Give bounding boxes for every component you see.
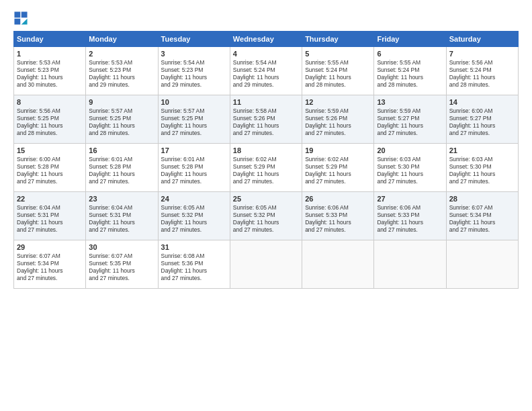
- day-cell: 5Sunrise: 5:55 AMSunset: 5:24 PMDaylight…: [302, 47, 374, 95]
- day-info-line: and 28 minutes.: [89, 130, 154, 137]
- day-cell: 4Sunrise: 5:54 AMSunset: 5:24 PMDaylight…: [230, 47, 302, 95]
- day-cell: 2Sunrise: 5:53 AMSunset: 5:23 PMDaylight…: [86, 47, 158, 95]
- week-row-1: 1Sunrise: 5:53 AMSunset: 5:23 PMDaylight…: [14, 47, 519, 95]
- day-number: 6: [377, 49, 443, 58]
- day-cell: [446, 240, 518, 289]
- day-info-line: Daylight: 11 hours: [233, 74, 299, 81]
- day-number: 28: [449, 194, 515, 203]
- day-info-line: Sunset: 5:25 PM: [17, 115, 83, 122]
- day-info-line: Sunset: 5:33 PM: [377, 212, 443, 219]
- day-number: 5: [305, 49, 371, 58]
- day-info-line: and 30 minutes.: [17, 81, 83, 89]
- day-info-line: Sunset: 5:32 PM: [161, 212, 227, 219]
- col-header-friday: Friday: [374, 32, 446, 47]
- day-number: 19: [305, 146, 371, 155]
- day-info-line: and 27 minutes.: [89, 178, 154, 185]
- day-info-line: Sunset: 5:31 PM: [89, 212, 154, 219]
- day-info-line: Daylight: 11 hours: [161, 219, 227, 226]
- day-info-line: Sunrise: 6:07 AM: [449, 204, 515, 212]
- day-info-line: Sunset: 5:34 PM: [17, 260, 83, 267]
- day-number: 18: [233, 146, 299, 155]
- day-cell: 6Sunrise: 5:55 AMSunset: 5:24 PMDaylight…: [374, 47, 446, 95]
- day-info-line: Sunrise: 5:53 AM: [89, 59, 154, 66]
- day-info-line: and 29 minutes.: [161, 81, 227, 89]
- day-info-line: and 27 minutes.: [161, 275, 227, 282]
- day-number: 31: [161, 242, 227, 252]
- day-info-line: and 29 minutes.: [89, 81, 154, 89]
- day-info-line: Sunset: 5:23 PM: [89, 66, 154, 74]
- day-info-line: Sunset: 5:30 PM: [449, 163, 515, 171]
- day-number: 9: [89, 97, 154, 107]
- day-info-line: Sunset: 5:35 PM: [89, 260, 154, 267]
- day-number: 7: [449, 49, 515, 58]
- day-cell: 16Sunrise: 6:01 AMSunset: 5:28 PMDayligh…: [86, 144, 158, 192]
- day-info-line: and 27 minutes.: [161, 178, 227, 185]
- svg-rect-2: [14, 19, 20, 25]
- day-info-line: and 27 minutes.: [233, 178, 299, 185]
- day-info-line: Sunrise: 5:56 AM: [449, 59, 515, 66]
- day-info-line: Daylight: 11 hours: [377, 171, 443, 178]
- day-info-line: Sunrise: 6:07 AM: [17, 253, 83, 260]
- day-cell: 11Sunrise: 5:58 AMSunset: 5:26 PMDayligh…: [230, 95, 302, 144]
- col-header-wednesday: Wednesday: [230, 32, 302, 47]
- day-info-line: Sunset: 5:27 PM: [449, 115, 515, 122]
- day-info-line: Sunrise: 6:03 AM: [377, 156, 443, 163]
- day-cell: 1Sunrise: 5:53 AMSunset: 5:23 PMDaylight…: [14, 47, 86, 95]
- day-info-line: and 27 minutes.: [305, 226, 371, 234]
- col-header-thursday: Thursday: [302, 32, 374, 47]
- day-info-line: Daylight: 11 hours: [89, 219, 154, 226]
- day-number: 3: [161, 49, 227, 58]
- day-info-line: Sunrise: 5:57 AM: [89, 107, 154, 115]
- week-row-4: 22Sunrise: 6:04 AMSunset: 5:31 PMDayligh…: [14, 192, 519, 240]
- day-number: 8: [17, 97, 83, 107]
- day-info-line: Daylight: 11 hours: [17, 171, 83, 178]
- day-info-line: Sunset: 5:30 PM: [377, 163, 443, 171]
- day-info-line: and 28 minutes.: [377, 81, 443, 89]
- week-row-3: 15Sunrise: 6:00 AMSunset: 5:28 PMDayligh…: [14, 144, 519, 192]
- day-info-line: and 27 minutes.: [305, 130, 371, 137]
- week-row-2: 8Sunrise: 5:56 AMSunset: 5:25 PMDaylight…: [14, 95, 519, 144]
- day-info-line: Sunset: 5:24 PM: [233, 66, 299, 74]
- day-info-line: Sunrise: 5:54 AM: [161, 59, 227, 66]
- day-number: 20: [377, 146, 443, 155]
- day-info-line: and 27 minutes.: [377, 226, 443, 234]
- day-info-line: Sunset: 5:23 PM: [161, 66, 227, 74]
- day-info-line: Daylight: 11 hours: [17, 122, 83, 130]
- day-number: 2: [89, 49, 154, 58]
- day-info-line: Daylight: 11 hours: [17, 267, 83, 275]
- day-number: 14: [449, 97, 515, 107]
- day-cell: 14Sunrise: 6:00 AMSunset: 5:27 PMDayligh…: [446, 95, 518, 144]
- day-info-line: Sunrise: 5:53 AM: [17, 59, 83, 66]
- day-info-line: and 28 minutes.: [305, 81, 371, 89]
- day-cell: 13Sunrise: 5:59 AMSunset: 5:27 PMDayligh…: [374, 95, 446, 144]
- day-cell: [230, 240, 302, 289]
- col-header-tuesday: Tuesday: [158, 32, 230, 47]
- day-info-line: Sunrise: 6:00 AM: [449, 107, 515, 115]
- svg-rect-0: [14, 11, 20, 17]
- day-info-line: and 27 minutes.: [89, 226, 154, 234]
- day-cell: [374, 240, 446, 289]
- col-header-saturday: Saturday: [446, 32, 518, 47]
- header: [13, 11, 519, 26]
- day-cell: 7Sunrise: 5:56 AMSunset: 5:24 PMDaylight…: [446, 47, 518, 95]
- svg-marker-3: [21, 19, 28, 25]
- day-cell: [302, 240, 374, 289]
- day-info-line: Sunrise: 6:06 AM: [305, 204, 371, 212]
- day-info-line: Daylight: 11 hours: [17, 74, 83, 81]
- day-info-line: Sunset: 5:25 PM: [161, 115, 227, 122]
- day-cell: 9Sunrise: 5:57 AMSunset: 5:25 PMDaylight…: [86, 95, 158, 144]
- day-info-line: Daylight: 11 hours: [377, 74, 443, 81]
- day-info-line: Daylight: 11 hours: [17, 219, 83, 226]
- day-info-line: Daylight: 11 hours: [449, 74, 515, 81]
- day-cell: 31Sunrise: 6:08 AMSunset: 5:36 PMDayligh…: [158, 240, 230, 289]
- day-number: 15: [17, 146, 83, 155]
- day-info-line: Sunrise: 6:02 AM: [233, 156, 299, 163]
- day-info-line: Sunrise: 5:57 AM: [161, 107, 227, 115]
- day-info-line: Daylight: 11 hours: [161, 122, 227, 130]
- day-cell: 15Sunrise: 6:00 AMSunset: 5:28 PMDayligh…: [14, 144, 86, 192]
- col-header-monday: Monday: [86, 32, 158, 47]
- day-number: 17: [161, 146, 227, 155]
- day-cell: 25Sunrise: 6:05 AMSunset: 5:32 PMDayligh…: [230, 192, 302, 240]
- day-info-line: Daylight: 11 hours: [89, 74, 154, 81]
- day-cell: 23Sunrise: 6:04 AMSunset: 5:31 PMDayligh…: [86, 192, 158, 240]
